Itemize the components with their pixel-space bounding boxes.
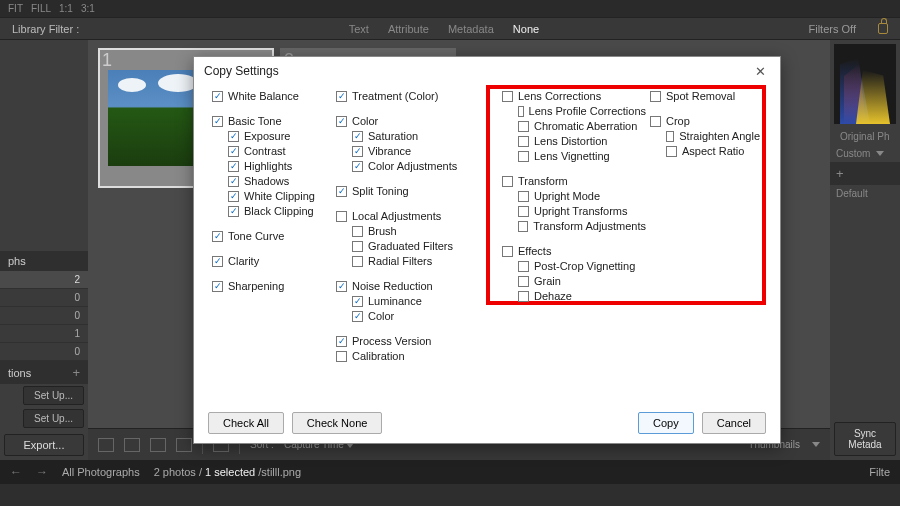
cancel-button[interactable]: Cancel [702,412,766,434]
ck-graduated-filters[interactable]: Graduated Filters [352,239,476,254]
ck-saturation[interactable]: Saturation [352,129,476,144]
nav-back-icon[interactable]: ← [10,465,22,479]
ck-highlights[interactable]: Highlights [228,159,332,174]
ck-black-clipping[interactable]: Black Clipping [228,204,332,219]
filters-off-toggle[interactable]: Filters Off [809,23,856,35]
ratio-1-1[interactable]: 1:1 [59,3,73,14]
ck-lens-corrections[interactable]: Lens Corrections [502,89,646,104]
status-path[interactable]: All Photographs [62,466,140,478]
ck-transform[interactable]: Transform [502,174,646,189]
ck-post-crop-vignetting[interactable]: Post-Crop Vignetting [518,259,646,274]
lock-icon[interactable] [878,23,888,34]
view-survey-icon[interactable] [176,438,192,452]
ck-upright-transforms[interactable]: Upright Transforms [518,204,646,219]
left-count-row[interactable]: 1 [0,325,88,343]
ck-vibrance[interactable]: Vibrance [352,144,476,159]
left-panel: phs 2 0 0 1 0 tions+ Set Up... Set Up...… [0,40,88,460]
library-filter-label: Library Filter : [12,23,79,35]
ck-dehaze[interactable]: Dehaze [518,289,646,304]
ck-aspect-ratio[interactable]: Aspect Ratio [666,144,760,159]
ck-calibration[interactable]: Calibration [336,349,476,364]
ck-shadows[interactable]: Shadows [228,174,332,189]
plus-icon[interactable]: + [72,365,80,380]
setup-button[interactable]: Set Up... [23,409,84,428]
filter-tab-none[interactable]: None [513,23,539,35]
ck-spot-removal[interactable]: Spot Removal [650,89,760,104]
left-phs-label: phs [8,255,26,267]
close-icon[interactable]: ✕ [751,62,770,81]
library-filter-bar: Library Filter : Text Attribute Metadata… [0,18,900,40]
nav-forward-icon[interactable]: → [36,465,48,479]
ck-clarity[interactable]: Clarity [212,254,332,269]
ck-tone-curve[interactable]: Tone Curve [212,229,332,244]
ck-white-clipping[interactable]: White Clipping [228,189,332,204]
filter-tab-text[interactable]: Text [349,23,369,35]
ck-luminance[interactable]: Luminance [352,294,476,309]
left-count-row[interactable]: 0 [0,343,88,361]
default-preset[interactable]: Default [836,188,868,199]
ck-lens-profile[interactable]: Lens Profile Corrections [518,104,646,119]
ck-nr-color[interactable]: Color [352,309,476,324]
filter-tab-attribute[interactable]: Attribute [388,23,429,35]
left-tions-label: tions [8,367,31,379]
ck-color[interactable]: Color [336,114,476,129]
ck-chromatic-aberration[interactable]: Chromatic Aberration [518,119,646,134]
ck-exposure[interactable]: Exposure [228,129,332,144]
fit-label[interactable]: FIT [8,3,23,14]
histogram [834,44,896,124]
ck-white-balance[interactable]: White Balance [212,89,332,104]
ck-noise-reduction[interactable]: Noise Reduction [336,279,476,294]
ck-upright-mode[interactable]: Upright Mode [518,189,646,204]
left-count-row[interactable]: 2 [0,271,88,289]
ck-sharpening[interactable]: Sharpening [212,279,332,294]
check-all-button[interactable]: Check All [208,412,284,434]
ratio-3-1[interactable]: 3:1 [81,3,95,14]
custom-dropdown[interactable]: Custom [836,148,870,159]
ck-brush[interactable]: Brush [352,224,476,239]
ck-radial-filters[interactable]: Radial Filters [352,254,476,269]
ck-basic-tone[interactable]: Basic Tone [212,114,332,129]
view-loupe-icon[interactable] [124,438,140,452]
right-panel: Original Ph Custom + Default Sync Metada [830,40,900,460]
thumbnail-index: 1 [102,50,112,71]
copy-button[interactable]: Copy [638,412,694,434]
ck-lens-distortion[interactable]: Lens Distortion [518,134,646,149]
ck-local-adjustments[interactable]: Local Adjustments [336,209,476,224]
original-photo-label: Original Ph [840,131,889,142]
setup-button[interactable]: Set Up... [23,386,84,405]
view-compare-icon[interactable] [150,438,166,452]
filter-tabs: Text Attribute Metadata None [341,23,548,35]
chevron-down-icon[interactable] [812,442,820,447]
copy-settings-dialog: Copy Settings ✕ White Balance Basic Tone… [193,56,781,444]
ck-grain[interactable]: Grain [518,274,646,289]
plus-icon[interactable]: + [836,166,844,181]
check-none-button[interactable]: Check None [292,412,383,434]
ck-crop[interactable]: Crop [650,114,760,129]
view-grid-icon[interactable] [98,438,114,452]
left-count-row[interactable]: 0 [0,289,88,307]
chevron-down-icon [876,151,884,156]
ck-lens-vignetting[interactable]: Lens Vignetting [518,149,646,164]
ck-process-version[interactable]: Process Version [336,334,476,349]
ck-straighten-angle[interactable]: Straighten Angle [666,129,760,144]
filter-tab-metadata[interactable]: Metadata [448,23,494,35]
ck-effects[interactable]: Effects [502,244,646,259]
ck-transform-adjustments[interactable]: Transform Adjustments [518,219,646,234]
ck-treatment[interactable]: Treatment (Color) [336,89,476,104]
sync-metadata-button[interactable]: Sync Metada [834,422,896,456]
left-count-row[interactable]: 0 [0,307,88,325]
export-button[interactable]: Export... [4,434,84,456]
status-filter[interactable]: Filte [869,466,890,478]
dialog-title: Copy Settings [204,64,279,78]
window-topbar: FIT FILL 1:1 3:1 [0,0,900,18]
ck-split-toning[interactable]: Split Toning [336,184,476,199]
fill-label[interactable]: FILL [31,3,51,14]
ck-color-adjustments[interactable]: Color Adjustments [352,159,476,174]
status-bar: ← → All Photographs 2 photos / 1 selecte… [0,460,900,484]
ck-contrast[interactable]: Contrast [228,144,332,159]
